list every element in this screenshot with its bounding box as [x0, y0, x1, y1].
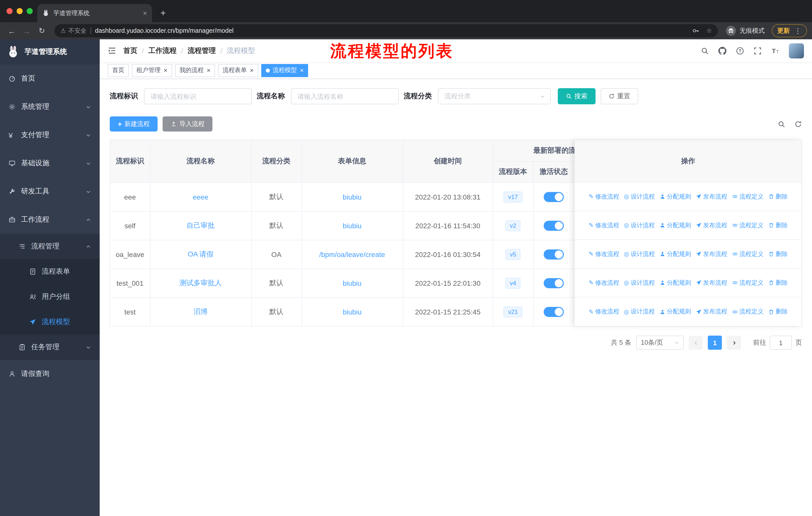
hamburger-icon[interactable] [108, 46, 116, 55]
close-icon[interactable]: × [207, 67, 210, 74]
tab-close-icon[interactable]: × [143, 9, 147, 17]
sidebar-item-workflow[interactable]: 工作流程 [0, 206, 100, 234]
action-publish-process[interactable]: 发布流程 [696, 221, 727, 229]
current-page-button[interactable]: 1 [708, 335, 722, 350]
address-bar[interactable]: ⚠ 不安全 dashboard.yudao.iocoder.cn/bpm/man… [54, 24, 718, 37]
tag-process-form[interactable]: 流程表单× [218, 64, 258, 77]
page-size-select[interactable]: 10条/页 [636, 335, 684, 350]
action-publish-process[interactable]: 发布流程 [696, 307, 727, 316]
action-process-definition[interactable]: 流程定义 [732, 278, 764, 287]
active-toggle[interactable] [544, 278, 564, 288]
user-avatar[interactable] [789, 43, 804, 58]
process-name-link[interactable]: 测试多审批人 [179, 278, 222, 287]
toggle-search-icon[interactable] [778, 120, 785, 128]
action-assign-rule[interactable]: 分配规则 [660, 221, 691, 229]
active-toggle[interactable] [544, 220, 564, 230]
sidebar-item-devtools[interactable]: 研发工具 [0, 178, 100, 206]
process-id-input[interactable] [144, 88, 252, 104]
close-icon[interactable]: × [250, 67, 254, 74]
tag-my-process[interactable]: 我的流程× [175, 64, 215, 77]
sidebar-item-system[interactable]: 系统管理 [0, 93, 100, 121]
active-toggle[interactable] [544, 249, 564, 259]
action-delete[interactable]: 删除 [768, 250, 788, 258]
breadcrumb-workflow[interactable]: 工作流程 [148, 46, 177, 55]
sidebar-item-leave-query[interactable]: 请假查询 [0, 360, 100, 388]
action-process-definition[interactable]: 流程定义 [732, 192, 764, 201]
fullscreen-icon[interactable] [754, 47, 762, 55]
close-icon[interactable]: × [164, 67, 167, 74]
sidebar-item-task-management[interactable]: 任务管理 [0, 334, 100, 360]
action-publish-process[interactable]: 发布流程 [696, 278, 727, 287]
breadcrumb-process-management[interactable]: 流程管理 [188, 46, 216, 55]
form-info-link[interactable]: biubiu [343, 279, 362, 287]
close-icon[interactable]: × [300, 67, 304, 74]
action-modify-process[interactable]: ✎修改流程 [588, 250, 619, 258]
action-modify-process[interactable]: ✎修改流程 [588, 192, 619, 201]
next-page-button[interactable] [727, 335, 741, 350]
sidebar-item-process-management[interactable]: 流程管理 [0, 234, 100, 259]
sidebar-item-payment[interactable]: ¥ 支付管理 [0, 121, 100, 149]
active-toggle[interactable] [544, 192, 564, 202]
process-name-link[interactable]: OA 请假 [188, 250, 214, 258]
window-close-button[interactable] [6, 8, 12, 14]
action-design-process[interactable]: ◎设计流程 [624, 221, 655, 229]
reset-button[interactable]: 重置 [601, 88, 638, 104]
action-modify-process[interactable]: ✎修改流程 [588, 278, 619, 287]
process-name-input[interactable] [291, 88, 399, 104]
import-process-button[interactable]: 导入流程 [163, 116, 212, 132]
form-info-link[interactable]: biubiu [343, 221, 362, 229]
goto-page-input[interactable] [770, 335, 792, 350]
window-minimize-button[interactable] [17, 8, 23, 14]
sidebar-item-user-group[interactable]: 用户分组 [0, 284, 100, 309]
action-modify-process[interactable]: ✎修改流程 [588, 307, 619, 316]
back-icon[interactable]: ← [5, 26, 18, 35]
action-design-process[interactable]: ◎设计流程 [624, 192, 655, 201]
font-size-icon[interactable]: TT [771, 47, 779, 55]
action-delete[interactable]: 删除 [768, 221, 788, 229]
sidebar-item-process-model[interactable]: 流程模型 [0, 309, 100, 334]
incognito-profile-chip[interactable]: 无痕模式 [726, 26, 765, 36]
browser-update-button[interactable]: 更新 ⋮ [772, 24, 807, 37]
process-name-link[interactable]: eeee [193, 193, 208, 201]
bookmark-star-icon[interactable]: ☆ [706, 27, 712, 34]
action-publish-process[interactable]: 发布流程 [696, 192, 727, 201]
action-design-process[interactable]: ◎设计流程 [624, 278, 655, 287]
search-icon[interactable] [701, 47, 709, 55]
prev-page-button[interactable] [689, 335, 703, 350]
reload-icon[interactable]: ↻ [35, 26, 48, 35]
action-process-definition[interactable]: 流程定义 [732, 221, 764, 229]
window-zoom-button[interactable] [27, 8, 33, 14]
help-icon[interactable]: ? [736, 47, 744, 55]
action-publish-process[interactable]: 发布流程 [696, 250, 727, 258]
form-info-link[interactable]: biubiu [343, 308, 362, 316]
app-logo[interactable]: 芋道管理系统 [0, 39, 100, 64]
process-category-select[interactable]: 流程分类 [438, 88, 551, 104]
action-modify-process[interactable]: ✎修改流程 [588, 221, 619, 229]
action-process-definition[interactable]: 流程定义 [732, 307, 764, 316]
process-name-link[interactable]: 滔博 [194, 307, 208, 316]
password-key-icon[interactable] [692, 27, 699, 34]
sidebar-item-home[interactable]: 首页 [0, 64, 100, 93]
tag-process-model[interactable]: 流程模型× [261, 64, 308, 77]
create-process-button[interactable]: + 新建流程 [110, 116, 157, 132]
action-assign-rule[interactable]: 分配规则 [660, 250, 691, 258]
tag-home[interactable]: 首页 [108, 64, 129, 77]
browser-tab[interactable]: 芋道管理系统 × [37, 4, 152, 22]
form-info-link[interactable]: /bpm/oa/leave/create [319, 250, 385, 258]
form-info-link[interactable]: biubiu [343, 193, 362, 201]
breadcrumb-home[interactable]: 首页 [123, 46, 138, 55]
browser-menu-icon[interactable]: ⋮ [794, 27, 802, 35]
security-indicator[interactable]: ⚠ 不安全 [60, 26, 87, 35]
action-delete[interactable]: 删除 [768, 278, 788, 287]
tag-tenant-management[interactable]: 租户管理× [132, 64, 172, 77]
new-tab-button[interactable]: + [156, 6, 170, 20]
active-toggle[interactable] [544, 307, 564, 317]
action-delete[interactable]: 删除 [768, 192, 788, 201]
action-design-process[interactable]: ◎设计流程 [624, 250, 655, 258]
sidebar-item-process-form[interactable]: 流程表单 [0, 259, 100, 284]
action-assign-rule[interactable]: 分配规则 [660, 192, 691, 201]
forward-icon[interactable]: → [20, 26, 33, 35]
action-delete[interactable]: 删除 [768, 307, 788, 316]
process-name-link[interactable]: 自己审批 [186, 221, 215, 229]
search-button[interactable]: 搜索 [558, 88, 596, 104]
